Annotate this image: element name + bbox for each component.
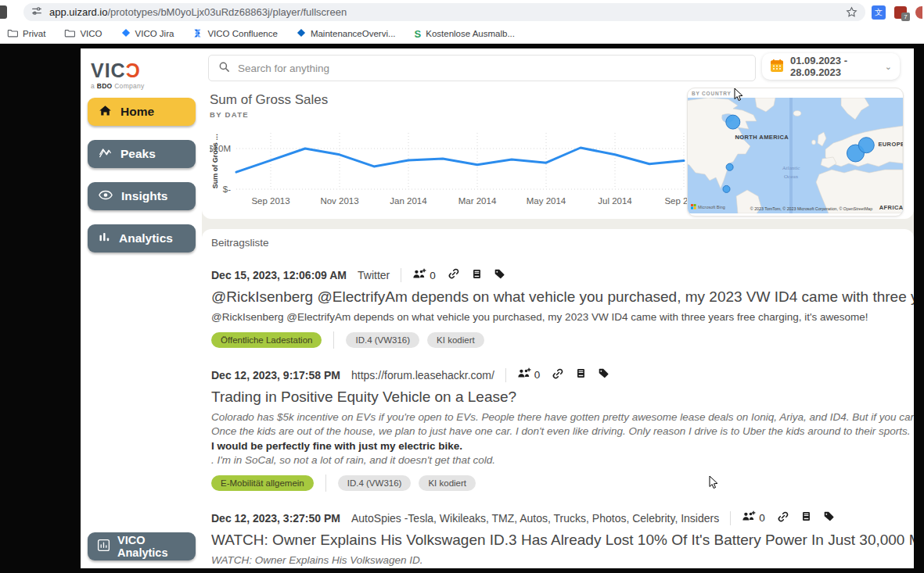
date-range-label: 01.09.2023 - 28.09.2023 xyxy=(790,55,879,78)
line-chart: $-$10MSep 2013Nov 2013Jan 2014Mar 2014Ma… xyxy=(210,125,687,210)
link-icon xyxy=(552,367,564,383)
tag-icon xyxy=(823,510,835,525)
bookmark-star-icon[interactable] xyxy=(846,6,857,18)
content-area: 01.09.2023 - 28.09.2023 ⌄ Sum of Gross S… xyxy=(202,48,914,568)
map-bubble-germany[interactable] xyxy=(858,138,874,153)
tag-button[interactable] xyxy=(598,367,609,382)
bing-map[interactable]: NORTH AMERICAEUROPEAFRICAAtlanticOcean M… xyxy=(688,98,903,213)
gross-sales-chart: Sum of Gross Sales BY DATE $-$10MSep 201… xyxy=(210,92,689,210)
svg-text:Sep 2013: Sep 2013 xyxy=(251,196,289,206)
bookmark-item[interactable]: SKostenlose Ausmalb... xyxy=(415,28,515,40)
link-icon xyxy=(448,267,460,283)
map-label: AFRICA xyxy=(879,204,903,211)
link-button[interactable] xyxy=(552,367,564,383)
page-background: VICƆ a BDO Company HomePeaksInsightsAnal… xyxy=(0,44,924,573)
search-input[interactable] xyxy=(238,63,746,74)
link-button[interactable] xyxy=(777,510,789,526)
extension-icon[interactable]: 7 xyxy=(894,6,907,19)
svg-text:May 2014: May 2014 xyxy=(527,196,566,206)
peaks-icon xyxy=(99,147,112,162)
devops-icon xyxy=(297,28,306,39)
post-body: @RickIsenberg @ElectrifyAm depends on wh… xyxy=(211,310,914,325)
url-text[interactable]: app.uizard.io/prototypes/bM0yoLjx03uRdz6… xyxy=(49,6,347,18)
audience-button[interactable]: 0 xyxy=(742,510,765,525)
sidebar-item-label: Home xyxy=(120,105,154,119)
address-bar[interactable]: app.uizard.io/prototypes/bM0yoLjx03uRdz6… xyxy=(23,3,865,21)
date-range-picker[interactable]: 01.09.2023 - 28.09.2023 ⌄ xyxy=(762,53,900,80)
s-icon: S xyxy=(415,28,422,40)
chart-title: Sum of Gross Sales xyxy=(210,92,689,108)
post-source: https://forum.leasehackr.com/ xyxy=(351,369,494,381)
post-body-line: Colorado has $5k incentive on EVs if you… xyxy=(211,410,914,425)
tag-button[interactable] xyxy=(494,268,505,283)
meta-divider xyxy=(730,511,731,525)
top-section: 01.09.2023 - 28.09.2023 ⌄ Sum of Gross S… xyxy=(202,48,914,219)
tag-pill[interactable]: E-Mobilität allgemein xyxy=(211,475,314,491)
document-icon xyxy=(801,510,811,525)
tag-pill[interactable]: KI kodiert xyxy=(419,475,476,491)
svg-text:$-: $- xyxy=(223,184,231,194)
bookmark-item[interactable]: Privat xyxy=(7,27,45,40)
map-bubble-mexico[interactable] xyxy=(723,185,730,192)
bookmark-item[interactable]: VICO xyxy=(64,27,102,40)
tag-pill[interactable]: ID.4 (VW316) xyxy=(338,475,412,491)
meta-divider xyxy=(401,268,401,282)
tag-button[interactable] xyxy=(823,510,835,525)
bookmark-item[interactable]: MaintenanceOvervi... xyxy=(297,28,396,39)
audience-count: 0 xyxy=(759,512,765,524)
audience-icon xyxy=(412,268,426,283)
app-window: VICƆ a BDO Company HomePeaksInsightsAnal… xyxy=(81,48,914,568)
audience-button[interactable]: 0 xyxy=(517,367,541,382)
sidebar-item-insights[interactable]: Insights xyxy=(88,182,196,210)
bookmark-label: Kostenlose Ausmalb... xyxy=(426,29,515,38)
eye-icon xyxy=(99,189,113,203)
svg-text:Microsoft Bing: Microsoft Bing xyxy=(698,205,725,210)
sidebar-item-vico-analytics[interactable]: VICO Analytics xyxy=(88,532,196,560)
post-actions: 0 xyxy=(517,367,610,383)
post-title[interactable]: WATCH: Owner Explains His Volkswagen ID.… xyxy=(211,532,914,549)
tag-pill[interactable]: ID.4 (VW316) xyxy=(346,332,419,348)
tag-pill[interactable]: Öffentliche Ladestation xyxy=(211,332,322,348)
chevron-down-icon: ⌄ xyxy=(885,62,892,72)
post-source: Twitter xyxy=(358,269,390,281)
sidebar-item-peaks[interactable]: Peaks xyxy=(88,140,196,168)
meta-divider xyxy=(505,368,506,382)
post-title[interactable]: Trading in Positive Equity Vehicle on a … xyxy=(211,389,914,406)
site-controls-icon[interactable] xyxy=(31,5,42,20)
post-title[interactable]: @RickIsenberg @ElectrifyAm depends on wh… xyxy=(211,288,914,306)
post-date: Dec 12, 2023, 3:27:50 PM xyxy=(211,512,340,525)
document-button[interactable] xyxy=(472,268,482,283)
map-label: NORTH AMERICA xyxy=(735,134,789,141)
tag-icon xyxy=(494,268,505,283)
sidebar-item-home[interactable]: Home xyxy=(88,98,196,126)
tag-pill[interactable]: KI kodiert xyxy=(427,332,484,348)
document-button[interactable] xyxy=(801,510,811,525)
search-box[interactable] xyxy=(208,55,756,81)
svg-text:Jan 2014: Jan 2014 xyxy=(390,196,427,206)
chart-subtitle: BY DATE xyxy=(210,110,689,119)
translate-icon[interactable]: 文 xyxy=(872,5,886,20)
bookmark-item[interactable]: VICO Jira xyxy=(121,28,174,39)
bookmarks-bar: PrivatVICOVICO JiraVICO ConfluenceMainte… xyxy=(0,24,924,44)
audience-button[interactable]: 0 xyxy=(412,268,436,283)
document-icon xyxy=(472,268,482,283)
post-item: Dec 12, 2023, 9:17:58 PMhttps://forum.le… xyxy=(211,367,914,492)
map-label: EUROPE xyxy=(878,141,903,148)
document-button[interactable] xyxy=(576,367,586,382)
link-button[interactable] xyxy=(448,267,460,283)
map-bubble-canada[interactable] xyxy=(726,115,740,129)
sidebar-nav: HomePeaksInsightsAnalytics xyxy=(88,98,196,252)
post-item: Dec 15, 2023, 12:06:09 AMTwitter0@RickIs… xyxy=(211,267,914,349)
profile-icon[interactable] xyxy=(915,5,922,20)
bookmark-item[interactable]: VICO Confluence xyxy=(192,28,278,40)
post-body-line: WATCH: Owner Explains His Volkswagen ID. xyxy=(211,553,914,568)
post-actions: 0 xyxy=(742,510,835,526)
audience-count: 0 xyxy=(430,270,436,281)
sidebar-item-analytics[interactable]: Analytics xyxy=(88,224,196,252)
country-map-card[interactable]: BY COUNTRY xyxy=(687,88,904,217)
map-bubble-united-states[interactable] xyxy=(726,163,733,170)
post-meta: Dec 12, 2023, 9:17:58 PMhttps://forum.le… xyxy=(211,367,914,383)
post-meta: Dec 15, 2023, 12:06:09 AMTwitter0 xyxy=(211,267,914,283)
map-title: BY COUNTRY xyxy=(688,88,903,98)
post-actions: 0 xyxy=(412,267,505,283)
